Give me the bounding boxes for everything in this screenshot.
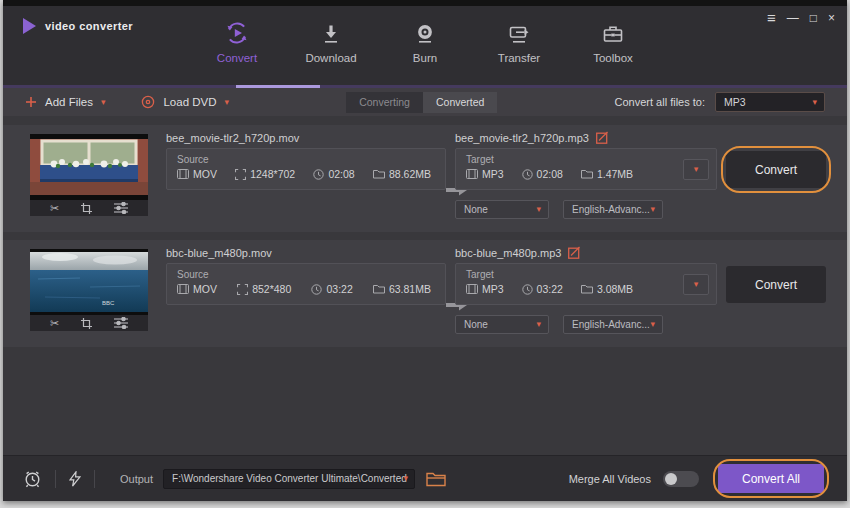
convert-button[interactable]: Convert xyxy=(726,151,826,188)
tab-download[interactable]: Download xyxy=(299,20,363,64)
resolution-icon xyxy=(237,284,248,295)
download-icon xyxy=(319,20,343,46)
dvd-icon xyxy=(141,95,155,109)
minimize-icon[interactable]: — xyxy=(787,11,799,25)
merge-all-videos-label: Merge All Videos xyxy=(569,473,651,485)
file-row: BBC ✂ bbc-blue_m480p.mov Source xyxy=(3,240,847,347)
chevron-down-icon: ▾ xyxy=(225,98,230,107)
trim-icon[interactable]: ✂ xyxy=(50,318,59,329)
crop-icon[interactable] xyxy=(81,318,92,329)
source-filename: bee_movie-tlr2_h720p.mov xyxy=(166,132,299,144)
source-info-panel: Source MOV 852*480 03:22 63.81MB xyxy=(166,263,446,305)
add-files-label: Add Files xyxy=(45,96,93,108)
source-format: MOV xyxy=(193,283,217,295)
app-header: video converter Convert xyxy=(3,6,847,85)
crop-icon[interactable] xyxy=(81,203,92,214)
source-resolution: 852*480 xyxy=(252,283,291,295)
tab-transfer-label: Transfer xyxy=(498,52,540,64)
menu-icon[interactable]: ≡ xyxy=(767,11,776,25)
output-path-select[interactable]: F:\Wondershare Video Converter Ultimate\… xyxy=(163,469,415,489)
tab-transfer[interactable]: Transfer xyxy=(487,20,551,64)
target-size: 1.47MB xyxy=(597,168,633,180)
convert-icon xyxy=(224,20,250,46)
thumbnail-watermark: BBC xyxy=(102,300,115,306)
main-nav: Convert Download xyxy=(3,20,847,64)
filesize-icon xyxy=(373,284,385,294)
video-thumbnail[interactable]: BBC ✂ xyxy=(30,249,148,331)
chevron-down-icon: ▾ xyxy=(536,320,541,329)
subtitle-select[interactable]: None ▾ xyxy=(455,200,549,219)
add-icon xyxy=(25,96,37,108)
add-files-button[interactable]: Add Files ▾ xyxy=(25,96,105,108)
target-info-panel: Target MP3 02:08 1.47MB ▾ xyxy=(455,148,717,190)
target-format-dropdown[interactable]: ▾ xyxy=(683,274,709,295)
open-folder-icon[interactable] xyxy=(426,471,446,487)
file-list: ✂ bee_movie-tlr2_h720p.mov Source MOV xyxy=(3,116,847,455)
tab-convert[interactable]: Convert xyxy=(205,20,269,64)
convert-button[interactable]: Convert xyxy=(726,266,826,303)
chevron-down-icon: ▾ xyxy=(536,205,541,214)
toolbox-icon xyxy=(601,20,625,46)
target-label: Target xyxy=(466,269,706,280)
source-filename: bbc-blue_m480p.mov xyxy=(166,247,272,259)
app-window: video converter Convert xyxy=(3,0,847,501)
filesize-icon xyxy=(373,169,385,179)
audio-select[interactable]: English-Advanc... ▾ xyxy=(563,315,663,334)
tab-toolbox-label: Toolbox xyxy=(593,52,633,64)
chevron-down-icon: ▾ xyxy=(694,165,699,174)
rename-icon[interactable] xyxy=(568,246,581,259)
video-thumbnail[interactable]: ✂ xyxy=(30,134,148,216)
load-dvd-label: Load DVD xyxy=(163,96,216,108)
target-duration: 02:08 xyxy=(537,168,563,180)
target-duration: 03:22 xyxy=(537,283,563,295)
maximize-icon[interactable]: □ xyxy=(810,11,817,25)
target-filename: bbc-blue_m480p.mp3 xyxy=(455,247,561,259)
divider xyxy=(94,470,95,488)
output-label: Output xyxy=(120,473,153,485)
audio-select[interactable]: English-Advanc... ▾ xyxy=(563,200,663,219)
tab-burn[interactable]: Burn xyxy=(393,20,457,64)
trim-icon[interactable]: ✂ xyxy=(50,203,59,214)
duration-icon xyxy=(313,169,324,180)
tab-convert-label: Convert xyxy=(217,52,257,64)
output-format-value: MP3 xyxy=(724,96,746,108)
tab-converting[interactable]: Converting xyxy=(346,92,423,113)
source-format: MOV xyxy=(193,168,217,180)
target-label: Target xyxy=(466,154,706,165)
convert-all-button[interactable]: Convert All xyxy=(718,464,824,493)
effects-icon[interactable] xyxy=(114,202,128,214)
subtitle-value: None xyxy=(464,319,488,330)
desktop-background: video converter Convert xyxy=(0,0,850,508)
transfer-icon xyxy=(507,20,531,46)
source-size: 63.81MB xyxy=(389,283,431,295)
queue-tabs: Converting Converted xyxy=(346,92,497,113)
filesize-icon xyxy=(581,284,593,294)
merge-toggle[interactable] xyxy=(663,471,699,487)
output-format-select[interactable]: MP3 ▾ xyxy=(715,92,825,112)
duration-icon xyxy=(522,284,533,295)
audio-value: English-Advanc... xyxy=(572,319,650,330)
chevron-down-icon: ▾ xyxy=(404,474,409,483)
thumbnail-toolbar: ✂ xyxy=(30,315,148,331)
duration-icon xyxy=(311,284,322,295)
thumbnail-toolbar: ✂ xyxy=(30,200,148,216)
filesize-icon xyxy=(581,169,593,179)
chevron-down-icon: ▾ xyxy=(694,280,699,289)
effects-icon[interactable] xyxy=(114,317,128,329)
target-format-dropdown[interactable]: ▾ xyxy=(683,159,709,180)
footer-bar: Output F:\Wondershare Video Converter Ul… xyxy=(3,455,847,501)
tab-toolbox[interactable]: Toolbox xyxy=(581,20,645,64)
source-duration: 02:08 xyxy=(328,168,354,180)
close-icon[interactable]: × xyxy=(828,11,835,25)
burn-icon xyxy=(413,20,437,46)
chevron-down-icon: ▾ xyxy=(650,320,655,329)
load-dvd-button[interactable]: Load DVD ▾ xyxy=(141,95,229,109)
duration-icon xyxy=(522,169,533,180)
tab-converted[interactable]: Converted xyxy=(423,92,497,113)
rename-icon[interactable] xyxy=(596,131,609,144)
subtitle-select[interactable]: None ▾ xyxy=(455,315,549,334)
high-speed-icon[interactable] xyxy=(69,471,81,487)
schedule-icon[interactable] xyxy=(23,469,42,488)
source-label: Source xyxy=(177,269,435,280)
toolbar: Add Files ▾ Load DVD ▾ Converting Conver… xyxy=(3,88,847,116)
